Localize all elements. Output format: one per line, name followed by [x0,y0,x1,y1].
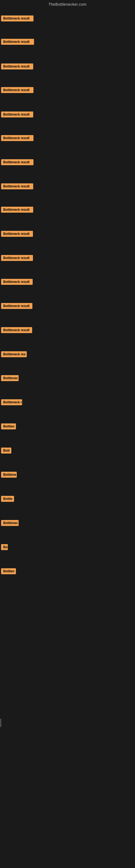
bottleneck-item-4: Bottleneck result [1,87,34,94]
bottleneck-item-13: Bottleneck result [1,303,32,310]
bottleneck-item-1: Bottleneck result [1,16,34,23]
bottleneck-item-8: Bottleneck result [1,183,33,190]
bottleneck-badge-20[interactable]: Bottlene [1,472,17,478]
cursor-line [1,719,1,727]
bottleneck-badge-22[interactable]: Bottlenec [1,520,18,526]
bottleneck-item-2: Bottleneck result [1,39,34,46]
bottleneck-badge-6[interactable]: Bottleneck result [1,135,34,141]
bottleneck-item-15: Bottleneck res [1,351,27,358]
bottleneck-item-24: Bottlen [1,568,16,575]
bottleneck-item-18: Bottlen [1,424,16,431]
bottleneck-badge-16[interactable]: Bottlenec [1,375,18,381]
bottleneck-badge-17[interactable]: Bottleneck r [1,399,22,405]
bottleneck-item-19: Bott [1,447,11,455]
bottleneck-item-21: Bottle [1,496,14,503]
bottleneck-item-7: Bottleneck result [1,159,34,166]
bottleneck-item-3: Bottleneck result [1,63,33,70]
bottleneck-badge-15[interactable]: Bottleneck res [1,351,27,357]
bottleneck-badge-13[interactable]: Bottleneck result [1,303,32,309]
bottleneck-badge-24[interactable]: Bottlen [1,568,16,574]
bottleneck-item-22: Bottlenec [1,520,18,527]
bottleneck-badge-4[interactable]: Bottleneck result [1,87,34,93]
bottleneck-badge-8[interactable]: Bottleneck result [1,183,33,189]
bottleneck-badge-23[interactable]: Bo [1,544,8,550]
bottleneck-badge-7[interactable]: Bottleneck result [1,159,34,165]
site-header: TheBottlenecker.com [0,0,135,8]
bottleneck-item-16: Bottlenec [1,375,18,382]
bottleneck-badge-2[interactable]: Bottleneck result [1,39,34,45]
bottleneck-badge-12[interactable]: Bottleneck result [1,279,33,285]
site-title: TheBottlenecker.com [0,0,135,8]
bottleneck-item-9: Bottleneck result [1,207,33,214]
bottleneck-item-12: Bottleneck result [1,279,33,286]
bottleneck-item-11: Bottleneck result [1,255,33,262]
bottleneck-badge-11[interactable]: Bottleneck result [1,255,33,261]
bottleneck-item-5: Bottleneck result [1,112,33,119]
bottleneck-badge-21[interactable]: Bottle [1,496,14,502]
bottleneck-badge-18[interactable]: Bottlen [1,424,16,429]
bottleneck-badge-5[interactable]: Bottleneck result [1,112,33,118]
bottleneck-badge-10[interactable]: Bottleneck result [1,231,33,237]
bottleneck-item-17: Bottleneck r [1,399,22,406]
bottleneck-item-6: Bottleneck result [1,135,34,142]
bottleneck-item-23: Bo [1,544,8,551]
bottleneck-item-10: Bottleneck result [1,231,33,238]
bottleneck-item-20: Bottlene [1,472,17,479]
bottleneck-item-14: Bottleneck result [1,327,32,334]
bottleneck-badge-14[interactable]: Bottleneck result [1,327,32,333]
bottleneck-badge-9[interactable]: Bottleneck result [1,207,33,213]
bottleneck-badge-19[interactable]: Bott [1,447,11,454]
bottleneck-badge-1[interactable]: Bottleneck result [1,16,34,22]
bottleneck-badge-3[interactable]: Bottleneck result [1,63,33,69]
